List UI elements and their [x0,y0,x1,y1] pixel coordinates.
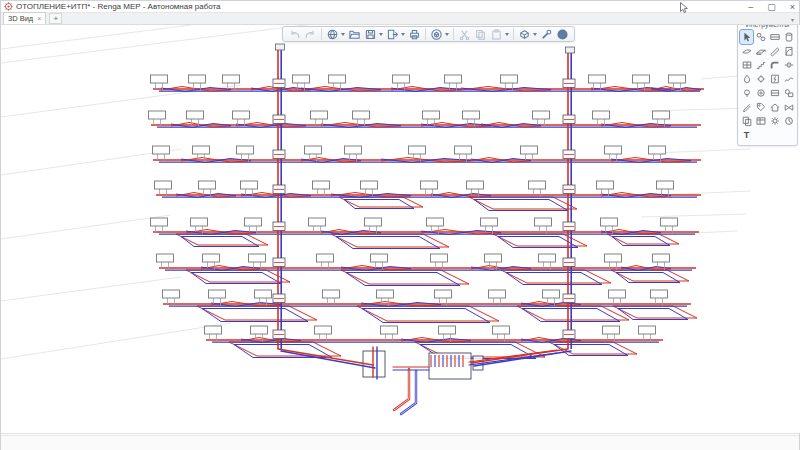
tool-window[interactable] [740,58,754,72]
object-styles-icon [518,28,531,41]
tool-duct-accessory[interactable] [768,86,782,100]
measure-icon [755,31,767,43]
duct-accessory-icon [769,87,781,99]
object-styles-dropdown-arrow-icon[interactable] [533,33,537,36]
door-icon [783,45,795,57]
toolbar-separator [513,28,514,40]
project-dropdown-arrow-icon[interactable] [341,33,345,36]
orbit-button[interactable] [429,27,444,41]
svg-text:?: ? [560,30,564,37]
project-button[interactable] [325,27,340,41]
tab-label: 3D Вид [8,14,33,23]
window-title: ОТОПЛЕНИЕ+ИТП* - Renga MEP - Автономная … [16,2,221,11]
copy-button[interactable] [473,27,488,41]
column-icon [783,31,795,43]
export-button[interactable] [385,27,400,41]
tool-column[interactable] [782,30,796,44]
tool-plumbing-fixture[interactable] [740,72,754,86]
pen-icon [741,101,753,113]
maximize-button[interactable]: ▢ [767,2,776,12]
help-icon: ? [556,28,569,41]
tool-duct[interactable] [754,86,768,100]
window-icon [741,59,753,71]
tool-pipe[interactable] [768,58,782,72]
toolbar-separator [453,28,454,40]
app-window: ОТОПЛЕНИЕ+ИТП* - Renga MEP - Автономная … [0,0,800,450]
pipe-accessory-icon [783,59,795,71]
tool-text[interactable]: T [740,128,754,142]
copy-icon [474,28,487,41]
tool-section[interactable] [782,114,796,128]
print-button[interactable] [407,27,422,41]
equipment-icon [755,73,767,85]
minimize-button[interactable]: – [748,2,753,12]
settings-button[interactable] [539,27,554,41]
tool-gear[interactable] [768,114,782,128]
tool-shapes[interactable] [782,86,796,100]
valve-icon [783,101,795,113]
export-icon [386,28,399,41]
tool-select[interactable] [740,30,754,44]
floor-icon [755,45,767,57]
shapes-icon [783,87,795,99]
tab-overflow-chevron-icon[interactable]: ▾ [791,16,794,23]
tool-floor[interactable] [754,44,768,58]
tool-wiring[interactable] [782,72,796,86]
save-dropdown-arrow-icon[interactable] [379,33,383,36]
pipe-icon [769,59,781,71]
tool-wall[interactable] [768,30,782,44]
close-button[interactable]: × [790,2,795,12]
table-icon [755,115,767,127]
toolbar-separator [425,28,426,40]
export-dropdown-arrow-icon[interactable] [401,33,405,36]
3d-viewport[interactable] [1,25,800,434]
wiring-icon [783,73,795,85]
paste-button[interactable] [489,27,504,41]
tool-table[interactable] [754,114,768,128]
redo-button[interactable] [303,27,318,41]
tool-pen[interactable] [740,100,754,114]
status-bar [1,435,799,450]
tool-valve[interactable] [782,100,796,114]
undo-button[interactable] [287,27,302,41]
open-button[interactable] [347,27,362,41]
wall-icon [769,31,781,43]
room-icon [769,101,781,113]
tool-copy-style[interactable] [740,114,754,128]
tag-icon [755,101,767,113]
settings-icon [540,28,553,41]
tool-equipment[interactable] [754,72,768,86]
tool-door[interactable] [782,44,796,58]
tool-stair[interactable] [754,58,768,72]
view-tab-bar: 3D Вид × + ▾ [1,13,799,25]
object-styles-button[interactable] [517,27,532,41]
orbit-icon [430,28,443,41]
help-button[interactable]: ? [555,27,570,41]
tab-3d-view[interactable]: 3D Вид × [3,12,46,24]
beam-icon [741,45,753,57]
tool-measure[interactable] [754,30,768,44]
select-icon [741,31,753,43]
tool-beam[interactable] [740,44,754,58]
tool-tag[interactable] [754,100,768,114]
paste-dropdown-arrow-icon[interactable] [505,33,509,36]
tool-lighting[interactable] [740,86,754,100]
cut-button[interactable] [457,27,472,41]
tool-electric-panel[interactable] [768,72,782,86]
new-tab-button[interactable]: + [49,13,62,24]
orbit-dropdown-arrow-icon[interactable] [445,33,449,36]
tool-ramp[interactable] [768,44,782,58]
ramp-icon [769,45,781,57]
tool-room[interactable] [768,100,782,114]
toolbar-separator [321,28,322,40]
tool-pipe-accessory[interactable] [782,58,796,72]
project-icon [326,28,339,41]
cut-icon [458,28,471,41]
tab-close-icon[interactable]: × [37,15,41,22]
section-icon [783,115,795,127]
electric-panel-icon [769,73,781,85]
quick-access-toolbar: ? [282,26,575,42]
save-button[interactable] [363,27,378,41]
print-icon [408,28,421,41]
lighting-icon [741,87,753,99]
